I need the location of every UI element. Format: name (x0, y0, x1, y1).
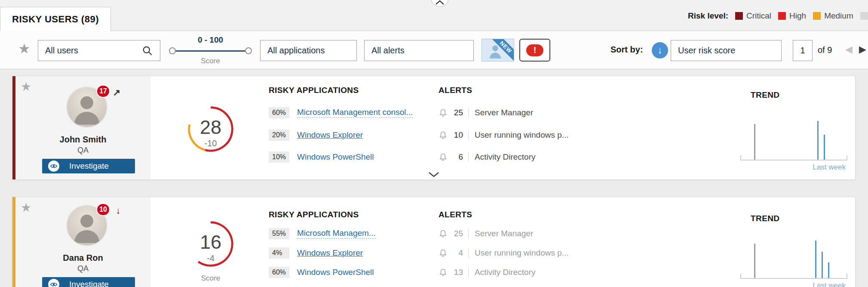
risky-user-card: ★ 10 ↓ Dana Ron QA Investigate 16 -4 Sco… (12, 197, 856, 287)
low-color-swatch (860, 12, 868, 20)
alerts-filter-value: All alerts (371, 46, 405, 56)
app-link[interactable]: Windows Explorer (297, 248, 363, 258)
risky-applications-title: RISKY APPLICATIONS (269, 86, 359, 95)
alerted-users-filter-button[interactable]: ! (519, 39, 550, 62)
score-range-slider[interactable]: 0 - 100 Score (169, 35, 252, 65)
risk-score-value: 16 (186, 231, 236, 253)
alert-name: Activity Directory (468, 268, 535, 277)
alert-count: 25 (452, 229, 463, 238)
alert-count: 6 (452, 152, 463, 162)
risk-severity-bar (12, 76, 15, 179)
trend-chart (740, 114, 847, 160)
alerts-section: ALERTS 25 Server Manager 10 User running… (438, 76, 580, 179)
app-usage-percent: 60% (269, 107, 289, 118)
risk-score-value: 28 (186, 116, 236, 139)
alert-name: Server Manager (468, 229, 533, 238)
risk-trend-up-icon: ↗ (113, 87, 120, 98)
risky-applications-section: RISKY APPLICATIONS 60% Microsoft Managem… (268, 76, 433, 179)
app-link[interactable]: Windows PowerShell (297, 152, 374, 162)
legend-critical-label: Critical (746, 11, 771, 21)
user-name: John Smith (15, 135, 150, 145)
slider-handle-max[interactable] (245, 47, 252, 54)
trend-title: TREND (751, 90, 779, 100)
alert-row: 25 Server Manager (439, 107, 533, 119)
users-filter-dropdown[interactable]: All users (38, 40, 160, 61)
page-total-label: of 9 (818, 45, 832, 55)
risk-trend-down-icon: ↓ (116, 206, 121, 216)
alert-row: 6 Activity Directory (439, 151, 535, 163)
investigate-button[interactable]: Investigate (42, 277, 135, 287)
user-panel: ★ 17 ↗ John Smith QA Investigate (15, 76, 150, 179)
next-page-button[interactable]: ▶ (859, 44, 866, 55)
slider-handle-min[interactable] (169, 47, 176, 54)
exclamation-icon: ! (526, 44, 543, 56)
legend-item-critical: Critical (735, 11, 771, 21)
tab-risky-users[interactable]: RISKY USERS (89) (0, 7, 111, 31)
alert-count: 13 (452, 268, 463, 277)
bell-icon (439, 153, 448, 162)
bell-icon (439, 131, 448, 140)
app-row: 60% Windows PowerShell (269, 266, 374, 278)
alert-count: 25 (452, 108, 463, 117)
risk-severity-bar (12, 197, 15, 287)
alert-count-badge: 17 (96, 85, 110, 98)
user-role: QA (15, 264, 150, 273)
app-row: 60% Microsoft Management consol... (269, 107, 413, 119)
app-row: 55% Microsoft Managem... (269, 228, 376, 240)
app-usage-percent: 20% (269, 130, 289, 141)
alert-count: 4 (452, 248, 463, 258)
investigate-label: Investigate (59, 280, 135, 287)
page-number-input[interactable] (793, 40, 813, 61)
app-row: 20% Windows Explorer (269, 129, 363, 141)
risk-score-delta: -10 (186, 139, 236, 148)
alert-row: 10 User running windows p... (439, 129, 569, 141)
favorites-filter-star-icon[interactable]: ★ (18, 40, 31, 57)
risky-user-card: ★ 17 ↗ John Smith QA Investigate 28 -10 … (12, 76, 856, 180)
alerts-title: ALERTS (439, 210, 472, 219)
alert-name: User running windows p... (468, 248, 569, 258)
app-link[interactable]: Windows Explorer (297, 130, 363, 140)
app-row: 4% Windows Explorer (269, 247, 363, 259)
eye-icon (48, 279, 59, 287)
sort-field-dropdown[interactable]: User risk score (671, 40, 782, 61)
filter-toolbar: ★ All users 0 - 100 Score All applicatio… (0, 31, 868, 69)
user-name: Dana Ron (15, 253, 150, 263)
favorite-star-icon[interactable]: ★ (21, 80, 31, 94)
alert-name: Server Manager (468, 108, 533, 117)
sort-direction-button[interactable]: ↓ (652, 42, 668, 59)
alerts-section: ALERTS 25 Server Manager 4 User running … (438, 197, 580, 287)
legend-item-high: High (778, 11, 806, 21)
alert-row: 13 Activity Directory (439, 266, 535, 278)
alerts-filter-dropdown[interactable]: All alerts (364, 40, 474, 61)
new-users-filter-button[interactable]: NEW (482, 39, 514, 62)
tab-risky-users-label: RISKY USERS (89) (12, 14, 99, 25)
app-row: 10% Windows PowerShell (269, 151, 374, 163)
sort-field-value: User risk score (678, 46, 735, 56)
expand-card-button[interactable] (427, 171, 440, 179)
alert-count-badge: 10 (96, 203, 110, 216)
app-usage-percent: 55% (269, 228, 289, 239)
app-usage-percent: 60% (269, 267, 289, 278)
app-link[interactable]: Microsoft Managem... (297, 228, 376, 239)
alerts-title: ALERTS (439, 86, 472, 95)
risk-score-gauge: 28 -10 (186, 104, 236, 154)
prev-page-button[interactable]: ◀ (845, 44, 853, 55)
app-link[interactable]: Microsoft Management consol... (297, 108, 413, 118)
sort-by-label: Sort by: (610, 45, 643, 55)
investigate-label: Investigate (59, 161, 135, 171)
favorite-star-icon[interactable]: ★ (21, 201, 31, 215)
slider-track[interactable] (172, 50, 249, 52)
next-page-icon: ▶ (859, 44, 866, 55)
investigate-button[interactable]: Investigate (42, 159, 135, 173)
applications-filter-dropdown[interactable]: All applications (260, 40, 357, 61)
applications-filter-value: All applications (267, 46, 325, 56)
app-usage-percent: 4% (269, 247, 289, 259)
trend-chart (740, 234, 847, 279)
legend-high-label: High (789, 11, 806, 21)
chevron-down-icon (427, 171, 440, 178)
alert-row: 4 User running windows p... (439, 247, 569, 259)
app-link[interactable]: Windows PowerShell (297, 268, 374, 277)
risky-applications-section: RISKY APPLICATIONS 55% Microsoft Managem… (268, 197, 433, 287)
chevron-up-icon (435, 0, 445, 5)
app-usage-percent: 10% (269, 151, 289, 163)
